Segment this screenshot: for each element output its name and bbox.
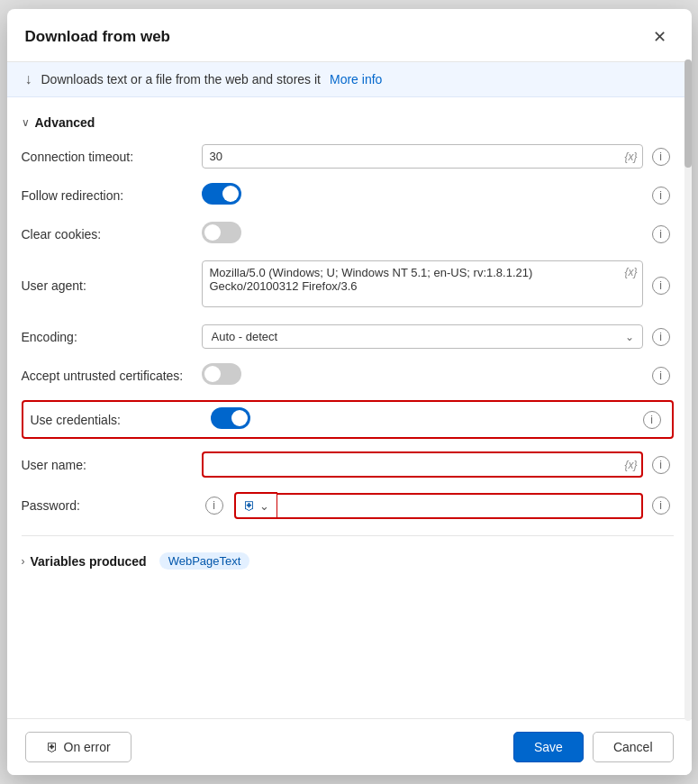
download-from-web-dialog: Download from web ✕ ↓ Downloads text or … — [7, 9, 692, 775]
clear-cookies-row: Clear cookies: i — [22, 214, 674, 253]
encoding-select[interactable]: Auto - detect UTF-8 UTF-16 ASCII ISO-885… — [202, 324, 643, 349]
use-credentials-info: i — [639, 411, 665, 429]
clear-cookies-label: Clear cookies: — [22, 227, 202, 242]
follow-redirection-control — [202, 183, 643, 207]
user-name-row: User name: {x} i — [22, 444, 674, 485]
password-chevron-down-icon: ⌄ — [259, 499, 269, 513]
connection-timeout-input-wrapper: {x} — [202, 144, 643, 169]
info-i10: i — [659, 499, 662, 512]
connection-timeout-control: {x} — [202, 144, 643, 169]
accept-untrusted-certs-label: Accept untrusted certificates: — [22, 369, 202, 383]
user-agent-info-icon[interactable]: i — [652, 277, 670, 295]
accept-untrusted-certs-row: Accept untrusted certificates: i — [22, 356, 674, 395]
user-name-info-icon[interactable]: i — [652, 456, 670, 474]
user-name-info: i — [648, 456, 674, 474]
password-control: ⛨ ⌄ — [234, 492, 643, 519]
dialog-header: Download from web ✕ — [7, 9, 692, 62]
info-banner: ↓ Downloads text or a file from the web … — [7, 62, 692, 97]
advanced-chevron-icon: ∨ — [22, 116, 30, 129]
user-agent-input[interactable]: Mozilla/5.0 (Windows; U; Windows NT 5.1;… — [202, 260, 643, 307]
dialog-title: Download from web — [25, 28, 171, 46]
use-credentials-toggle[interactable] — [211, 407, 250, 429]
cancel-label: Cancel — [613, 740, 653, 754]
use-credentials-row: Use credentials: i — [22, 400, 674, 439]
encoding-info-icon[interactable]: i — [652, 328, 670, 346]
password-input-group: ⛨ ⌄ — [234, 492, 643, 519]
download-icon: ↓ — [25, 71, 32, 87]
password-info: i — [648, 497, 674, 515]
dialog-footer: ⛨ On error Save Cancel — [7, 718, 692, 775]
password-left-info: i — [202, 497, 227, 515]
info-i9: i — [213, 499, 215, 512]
clear-cookies-slider — [202, 222, 241, 243]
password-shield-icon: ⛨ — [243, 498, 256, 513]
user-agent-var-badge: {x} — [624, 266, 637, 278]
user-agent-control: Mozilla/5.0 (Windows; U; Windows NT 5.1;… — [202, 260, 643, 310]
user-agent-info: i — [648, 277, 674, 295]
accept-untrusted-certs-toggle[interactable] — [202, 363, 241, 385]
info-i2: i — [659, 189, 662, 202]
follow-redirection-toggle[interactable] — [202, 183, 241, 205]
follow-redirection-info-icon[interactable]: i — [652, 187, 670, 205]
password-left-info-icon[interactable]: i — [205, 497, 223, 515]
user-name-var-badge: {x} — [624, 459, 637, 471]
encoding-info: i — [648, 328, 674, 346]
save-label: Save — [534, 740, 563, 754]
connection-timeout-label: Connection timeout: — [22, 150, 202, 164]
use-credentials-control — [211, 407, 634, 432]
encoding-row: Encoding: Auto - detect UTF-8 UTF-16 ASC… — [22, 317, 674, 356]
user-agent-label: User agent: — [22, 278, 202, 293]
info-i3: i — [659, 228, 662, 241]
close-button[interactable]: ✕ — [647, 23, 674, 50]
on-error-shield-icon: ⛨ — [46, 740, 59, 754]
variables-produced-chevron-icon: › — [22, 555, 25, 568]
dialog-body: ∨ Advanced Connection timeout: {x} i Fol… — [7, 97, 692, 718]
info-i: i — [659, 150, 662, 163]
password-type-button[interactable]: ⛨ ⌄ — [234, 492, 277, 519]
connection-timeout-info-icon[interactable]: i — [652, 148, 670, 166]
variables-produced-header[interactable]: › Variables produced WebPageText — [22, 543, 674, 577]
password-row: Password: i ⛨ ⌄ i — [22, 485, 674, 526]
user-name-control: {x} — [202, 451, 643, 478]
info-i4: i — [659, 279, 662, 292]
footer-right: Save Cancel — [513, 732, 674, 762]
info-i6: i — [659, 369, 662, 382]
password-info-icon[interactable]: i — [652, 497, 670, 515]
password-input[interactable] — [277, 493, 643, 519]
scrollbar-thumb[interactable] — [684, 59, 692, 168]
accept-untrusted-certs-slider — [202, 363, 241, 385]
accept-untrusted-certs-info-icon[interactable]: i — [652, 367, 670, 385]
variables-produced-tag: WebPageText — [159, 552, 250, 570]
variables-produced-section: › Variables produced WebPageText — [22, 535, 674, 577]
on-error-label: On error — [64, 740, 111, 754]
encoding-control: Auto - detect UTF-8 UTF-16 ASCII ISO-885… — [202, 324, 643, 349]
accept-untrusted-certs-control — [202, 363, 643, 387]
info-i5: i — [659, 331, 662, 343]
encoding-label: Encoding: — [22, 330, 202, 344]
footer-left: ⛨ On error — [25, 732, 131, 762]
save-button[interactable]: Save — [513, 732, 584, 762]
scrollbar-track — [684, 59, 692, 721]
clear-cookies-info-icon[interactable]: i — [652, 225, 670, 243]
follow-redirection-slider — [202, 183, 241, 205]
clear-cookies-control — [202, 222, 643, 246]
connection-timeout-input[interactable] — [202, 144, 643, 169]
close-icon: ✕ — [653, 27, 666, 47]
advanced-section-header[interactable]: ∨ Advanced — [22, 106, 674, 137]
follow-redirection-row: Follow redirection: i — [22, 176, 674, 214]
connection-timeout-row: Connection timeout: {x} i — [22, 137, 674, 176]
info-i8: i — [659, 459, 662, 471]
clear-cookies-info: i — [648, 225, 674, 243]
user-name-input[interactable] — [202, 451, 643, 478]
clear-cookies-toggle[interactable] — [202, 222, 241, 243]
on-error-button[interactable]: ⛨ On error — [25, 732, 131, 762]
connection-timeout-info: i — [648, 148, 674, 166]
use-credentials-info-icon[interactable]: i — [643, 411, 661, 429]
use-credentials-slider — [211, 407, 250, 429]
info-i7: i — [650, 414, 653, 426]
password-label: Password: — [22, 498, 202, 513]
more-info-link[interactable]: More info — [330, 72, 382, 87]
connection-timeout-var-badge: {x} — [624, 150, 637, 163]
cancel-button[interactable]: Cancel — [593, 732, 674, 762]
variables-produced-title: Variables produced — [31, 554, 147, 569]
